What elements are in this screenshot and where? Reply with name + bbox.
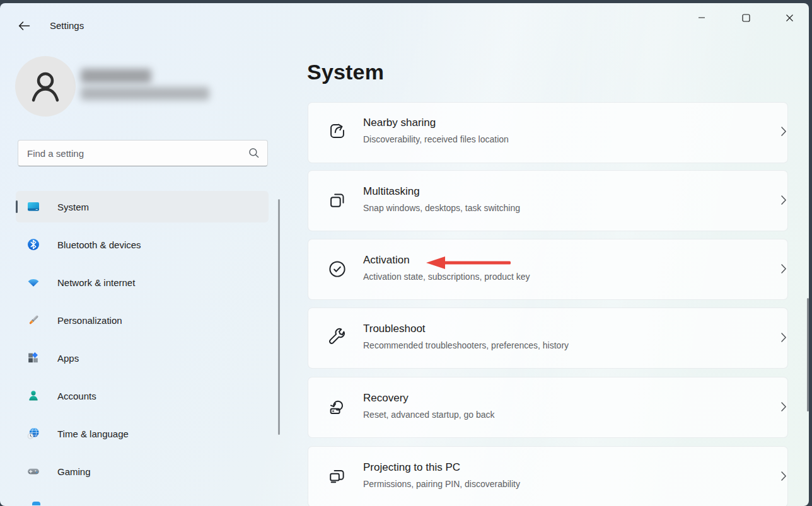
sidebar-item-apps[interactable]: Apps xyxy=(16,342,269,374)
minimize-button[interactable] xyxy=(687,7,716,28)
chevron-right-icon xyxy=(780,195,787,205)
sidebar-item-label: Gaming xyxy=(57,466,91,477)
card-projecting[interactable] xyxy=(308,446,788,506)
accounts-person-icon xyxy=(26,388,41,403)
card-title: Projecting to this PC xyxy=(363,461,460,474)
recovery-icon xyxy=(327,396,348,418)
user-profile[interactable] xyxy=(15,56,255,117)
settings-window: Settings xyxy=(0,3,809,506)
paintbrush-icon xyxy=(26,313,41,328)
card-subtitle: Reset, advanced startup, go back xyxy=(363,410,495,420)
close-icon xyxy=(786,14,794,22)
search-icon xyxy=(248,147,260,159)
sidebar-item-label: Apps xyxy=(57,353,79,364)
close-button[interactable] xyxy=(775,7,804,28)
next-sidebar-item-peek xyxy=(32,502,40,505)
sidebar-item-label: Accounts xyxy=(57,391,96,401)
card-title: Nearby sharing xyxy=(363,117,436,129)
sidebar-item-time-language[interactable]: Time & language xyxy=(16,418,269,449)
card-subtitle: Discoverability, received files location xyxy=(363,134,509,144)
search-box xyxy=(18,140,268,166)
sidebar-item-personalization[interactable]: Personalization xyxy=(16,304,269,336)
apps-grid-icon xyxy=(26,350,41,365)
sidebar-item-label: Time & language xyxy=(57,428,129,439)
card-recovery[interactable] xyxy=(308,377,788,438)
card-title: Troubleshoot xyxy=(363,323,426,335)
sidebar-item-gaming[interactable]: Gaming xyxy=(16,456,269,487)
chevron-right-icon xyxy=(780,471,787,481)
bluetooth-icon xyxy=(26,237,41,252)
card-title: Multitasking xyxy=(363,185,420,198)
troubleshoot-wrench-icon xyxy=(327,327,348,348)
minimize-icon xyxy=(698,14,705,21)
activation-icon xyxy=(327,258,348,280)
back-arrow-icon xyxy=(18,21,30,31)
sidebar-item-label: Personalization xyxy=(57,315,122,326)
card-activation[interactable] xyxy=(308,239,788,300)
nearby-sharing-icon xyxy=(327,120,348,142)
sidebar-item-network-internet[interactable]: Network & internet xyxy=(16,267,269,298)
sidebar-item-bluetooth-devices[interactable]: Bluetooth & devices xyxy=(16,229,269,260)
chevron-right-icon xyxy=(780,332,787,343)
wifi-icon xyxy=(26,275,41,290)
sidebar-item-label: Network & internet xyxy=(57,277,135,288)
globe-clock-icon xyxy=(26,426,41,441)
content-scrollbar[interactable] xyxy=(807,298,809,411)
user-email-blurred xyxy=(81,87,209,100)
page-title: System xyxy=(307,60,384,84)
sidebar-scrollbar[interactable] xyxy=(278,199,280,435)
card-multitasking[interactable] xyxy=(308,170,788,231)
avatar xyxy=(15,56,76,117)
card-subtitle: Activation state, subscriptions, product… xyxy=(363,272,530,282)
person-icon xyxy=(25,66,66,107)
card-title: Activation xyxy=(363,254,410,267)
gamepad-icon xyxy=(26,464,41,479)
projecting-icon xyxy=(327,466,348,487)
selected-accent-pill xyxy=(16,200,18,213)
system-icon xyxy=(26,199,41,214)
card-title: Recovery xyxy=(363,392,409,405)
card-nearby-sharing[interactable] xyxy=(308,102,788,163)
sidebar-item-label: Bluetooth & devices xyxy=(57,239,141,250)
sidebar-item-accounts[interactable]: Accounts xyxy=(16,380,269,411)
multitasking-icon xyxy=(327,190,348,211)
maximize-icon xyxy=(742,14,750,22)
app-title: Settings xyxy=(50,20,84,31)
sidebar-item-system[interactable]: System xyxy=(16,191,269,222)
sidebar-nav: System Bluetooth & devices xyxy=(0,191,290,493)
user-name-blurred xyxy=(81,69,151,83)
card-subtitle: Recommended troubleshooters, preferences… xyxy=(363,340,569,350)
chevron-right-icon xyxy=(780,263,787,274)
maximize-button[interactable] xyxy=(731,7,760,28)
card-subtitle: Snap windows, desktops, task switching xyxy=(363,203,520,213)
back-button[interactable] xyxy=(13,16,35,36)
card-subtitle: Permissions, pairing PIN, discoverabilit… xyxy=(363,479,520,489)
sidebar-item-label: System xyxy=(57,202,89,212)
card-troubleshoot[interactable] xyxy=(308,308,788,369)
search-input[interactable] xyxy=(18,141,267,166)
chevron-right-icon xyxy=(780,401,787,412)
chevron-right-icon xyxy=(780,126,787,137)
